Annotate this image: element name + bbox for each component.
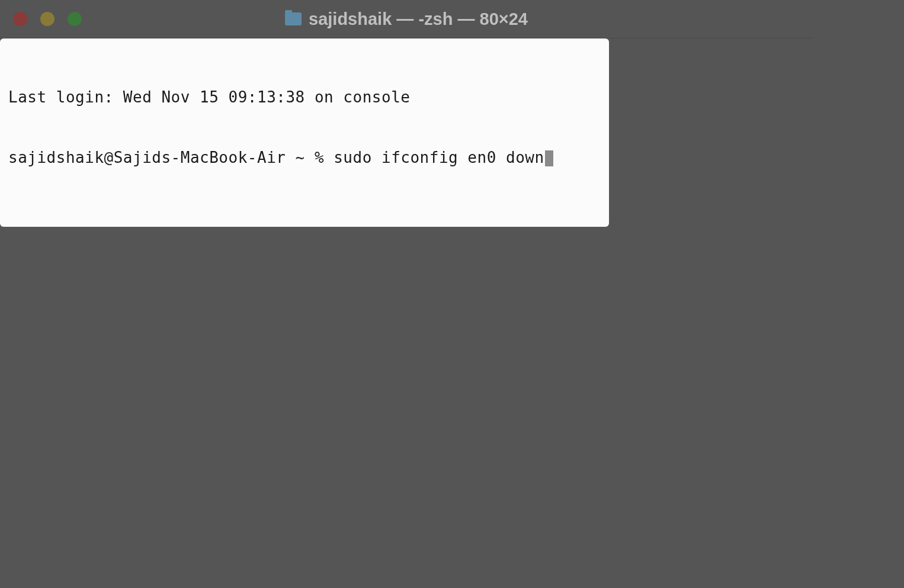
minimize-icon[interactable] xyxy=(40,12,55,26)
titlebar: sajidshaik — -zsh — 80×24 xyxy=(0,0,813,38)
close-icon[interactable] xyxy=(13,12,27,26)
terminal-content[interactable]: Last login: Wed Nov 15 09:13:38 on conso… xyxy=(0,38,609,227)
maximize-icon[interactable] xyxy=(68,12,82,26)
folder-icon xyxy=(285,12,302,25)
command-text[interactable]: sudo ifconfig en0 down xyxy=(334,149,544,166)
prompt: sajidshaik@Sajids-MacBook-Air ~ % xyxy=(8,149,334,166)
terminal-window: sajidshaik — -zsh — 80×24 Last login: We… xyxy=(0,0,813,529)
traffic-lights xyxy=(0,12,82,26)
login-line: Last login: Wed Nov 15 09:13:38 on conso… xyxy=(8,87,601,107)
window-title: sajidshaik — -zsh — 80×24 xyxy=(285,9,528,29)
window-title-text: sajidshaik — -zsh — 80×24 xyxy=(309,9,528,29)
prompt-line: sajidshaik@Sajids-MacBook-Air ~ % sudo i… xyxy=(8,147,601,168)
cursor-icon xyxy=(545,150,553,166)
